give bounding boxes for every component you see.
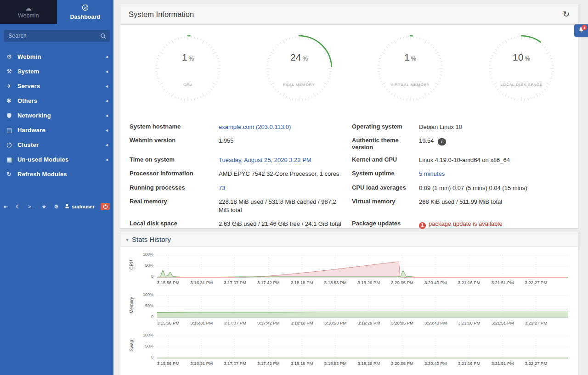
- wrench-icon: ⚒: [6, 68, 17, 75]
- tab-webmin[interactable]: ☁ Webmin: [0, 0, 57, 24]
- x-tick-label: 3:22:27 PM: [525, 280, 548, 285]
- x-tick-label: 3:15:56 PM: [157, 280, 180, 285]
- chevron-left-icon: ◂: [106, 54, 108, 59]
- info-value-link[interactable]: package update is available: [429, 220, 502, 227]
- x-tick-label: 3:21:51 PM: [492, 280, 514, 285]
- chart-axis-title: Swap: [129, 334, 135, 357]
- collapse-sidebar-icon[interactable]: ⇤: [4, 204, 8, 210]
- info-label: System uptime: [352, 167, 419, 181]
- gauges-row: 1% CPU 24% REAL MEMORY 1% VIRTUAL MEMORY…: [120, 25, 578, 103]
- caret-down-icon: ▾: [126, 236, 129, 243]
- notifications-button[interactable]: 1: [574, 24, 588, 37]
- search-input[interactable]: [4, 30, 110, 42]
- chart-swap: Swap100%50%03:15:56 PM3:16:31 PM3:17:07 …: [120, 331, 578, 372]
- svg-text:1%: 1%: [182, 52, 194, 62]
- sidebar-item-label: Un-used Modules: [17, 156, 106, 163]
- sidebar-item-label: Hardware: [17, 127, 106, 134]
- search-icon[interactable]: [100, 33, 106, 41]
- logged-in-user[interactable]: sudouser: [64, 203, 95, 210]
- info-value-link[interactable]: 5 minutes: [419, 170, 445, 177]
- sidebar-item-servers[interactable]: ✈Servers◂: [0, 78, 113, 93]
- y-tick-label: 50%: [145, 344, 153, 348]
- sidebar-tabs: ☁ Webmin Dashboard: [0, 0, 113, 24]
- info-value-text: AMD EPYC 7542 32-Core Processor, 1 cores: [219, 170, 339, 177]
- sidebar-item-label: Networking: [17, 112, 106, 119]
- info-value: example.com (203.0.113.0): [219, 120, 352, 134]
- sidebar-item-hardware[interactable]: ▤Hardware◂: [0, 123, 113, 137]
- chart-x-labels: 3:15:56 PM3:16:31 PM3:17:07 PM3:17:42 PM…: [157, 320, 568, 327]
- tab-dashboard[interactable]: Dashboard: [57, 0, 114, 24]
- terminal-icon[interactable]: >_: [28, 204, 34, 209]
- sidebar-menu: ⚙Webmin◂⚒System◂✈Servers◂✱Others◂Network…: [0, 49, 113, 181]
- info-label: Virtual memory: [352, 195, 419, 217]
- chart-memory: Memory100%50%03:15:56 PM3:16:31 PM3:17:0…: [120, 291, 578, 331]
- info-value-text: 2.63 GiB used / 21.46 GiB free / 24.1 Gi…: [219, 220, 341, 227]
- info-value: Tuesday, August 25, 2020 3:22 PM: [219, 153, 352, 167]
- x-tick-label: 3:18:18 PM: [291, 361, 313, 366]
- chart-plot-area: [157, 253, 568, 279]
- info-value-link[interactable]: Tuesday, August 25, 2020 3:22 PM: [219, 157, 311, 163]
- info-value: 1package update is available: [419, 217, 569, 232]
- chart-y-ticks: 100%50%0: [138, 294, 153, 319]
- info-label: Real memory: [130, 195, 219, 217]
- chart-y-ticks: 100%50%0: [138, 253, 153, 279]
- y-tick-label: 50%: [145, 263, 153, 268]
- info-value: 5 minutes: [419, 167, 569, 181]
- info-value-link[interactable]: 73: [219, 185, 225, 191]
- x-tick-label: 3:20:05 PM: [391, 361, 413, 366]
- sidebar-item-label: Webmin: [17, 53, 106, 60]
- stats-history-title: Stats History: [132, 235, 171, 243]
- chart-plot-area: [157, 294, 568, 319]
- sidebar-item-un-used-modules[interactable]: ▦Un-used Modules◂: [0, 152, 113, 167]
- x-tick-label: 3:16:31 PM: [191, 361, 213, 366]
- sidebar-item-webmin[interactable]: ⚙Webmin◂: [0, 49, 113, 64]
- info-label: Package updates: [352, 217, 419, 232]
- tab-webmin-label: Webmin: [18, 12, 39, 19]
- y-tick-label: 0: [151, 355, 153, 359]
- x-tick-label: 3:18:53 PM: [324, 361, 347, 366]
- info-value-link[interactable]: example.com (203.0.113.0): [219, 123, 291, 130]
- notification-count-badge: 1: [582, 25, 587, 30]
- username-label: sudouser: [72, 204, 95, 209]
- y-tick-label: 100%: [143, 333, 153, 337]
- x-tick-label: 3:18:18 PM: [291, 320, 313, 325]
- tab-dashboard-label: Dashboard: [70, 14, 100, 20]
- x-tick-label: 3:18:18 PM: [291, 280, 313, 285]
- x-tick-label: 3:15:56 PM: [157, 320, 180, 325]
- sidebar-item-refresh-modules[interactable]: ↻Refresh Modules: [0, 167, 113, 181]
- x-tick-label: 3:18:53 PM: [324, 320, 347, 325]
- stats-history-header[interactable]: ▾ Stats History: [120, 232, 578, 247]
- sidebar-item-system[interactable]: ⚒System◂: [0, 64, 113, 78]
- y-tick-label: 0: [151, 274, 153, 279]
- sidebar-item-label: System: [17, 68, 106, 75]
- power-icon: [6, 142, 17, 148]
- sidebar-item-networking[interactable]: Networking◂: [0, 108, 113, 123]
- info-label: Webmin version: [130, 134, 219, 153]
- update-count-badge: 1: [419, 222, 426, 229]
- sidebar-item-label: Refresh Modules: [17, 171, 108, 178]
- chart-plot-area: [157, 334, 568, 360]
- preferences-gears-icon[interactable]: ⚙: [54, 204, 59, 210]
- paper-plane-icon: ✈: [6, 83, 17, 90]
- x-tick-label: 3:15:56 PM: [157, 361, 180, 366]
- refresh-icon[interactable]: ↻: [563, 10, 570, 18]
- sidebar-item-others[interactable]: ✱Others◂: [0, 93, 113, 108]
- night-mode-icon[interactable]: ☾: [16, 204, 20, 210]
- chart-y-ticks: 100%50%0: [138, 334, 153, 360]
- gauge-real-memory: 24% REAL MEMORY: [243, 34, 355, 103]
- logout-button[interactable]: [101, 203, 110, 210]
- info-value-text: 19.54: [419, 137, 434, 144]
- info-badge[interactable]: i: [438, 138, 447, 146]
- svg-text:LOCAL DISK SPACE: LOCAL DISK SPACE: [500, 83, 543, 87]
- favorites-star-icon[interactable]: ★: [42, 204, 46, 210]
- info-label: Authentic theme version: [352, 134, 419, 153]
- x-tick-label: 3:17:42 PM: [257, 320, 280, 325]
- sidebar-search: [4, 30, 110, 42]
- svg-text:1%: 1%: [404, 52, 417, 62]
- x-tick-label: 3:16:31 PM: [191, 280, 213, 285]
- tools-icon: ✱: [6, 97, 17, 104]
- info-label: Operating system: [352, 120, 419, 134]
- chart-cpu: CPU100%50%03:15:56 PM3:16:31 PM3:17:07 P…: [120, 251, 578, 291]
- chart-x-labels: 3:15:56 PM3:16:31 PM3:17:07 PM3:17:42 PM…: [157, 361, 568, 367]
- sidebar-item-cluster[interactable]: Cluster◂: [0, 137, 113, 152]
